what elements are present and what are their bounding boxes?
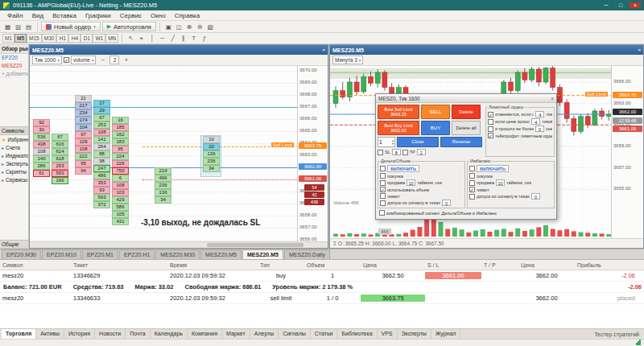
horizontal-scrollbar[interactable] xyxy=(30,241,328,248)
terminal-tab-Почта[interactable]: Почта xyxy=(126,329,150,339)
profiles-icon[interactable]: ▥ xyxy=(13,23,23,31)
trade-row[interactable]: mesz20133466292020.12.03 09:59:32buy1366… xyxy=(0,270,644,282)
zoom-out-icon[interactable]: ⊖ xyxy=(195,23,205,31)
chart-tab-MESZ20.Daily[interactable]: MESZ20.Daily xyxy=(284,249,330,259)
checkbox-icon[interactable] xyxy=(488,126,493,132)
menu-Окно[interactable]: Окно xyxy=(147,12,170,19)
timeframe-M15[interactable]: M15 xyxy=(27,34,42,43)
menu-Вставка[interactable]: Вставка xyxy=(48,12,80,19)
column-header-Цена[interactable]: Цена xyxy=(518,262,575,268)
option-value[interactable]: 4 xyxy=(531,118,540,125)
enable-button[interactable]: ВКЛЮЧИТЬ xyxy=(477,165,509,172)
spinner-icon[interactable]: ▴▾ xyxy=(392,139,394,146)
chart-tab-MESZ20.M5[interactable]: MESZ20.M5 xyxy=(242,249,283,259)
channel-icon[interactable]: ∥ xyxy=(178,34,188,43)
zoom-in-icon[interactable]: ⊕ xyxy=(184,23,195,31)
terminal-tab-Календарь[interactable]: Календарь xyxy=(151,329,188,339)
terminal-tab-История[interactable]: История xyxy=(64,329,95,339)
tick-size-select[interactable]: Тик 1000 ▾ xyxy=(32,56,62,64)
timeframe-M30[interactable]: M30 xyxy=(42,34,57,43)
chart-tab-EPZ20.M1[interactable]: EPZ20.M1 xyxy=(82,249,118,259)
terminal-tab-Компания[interactable]: Компания xyxy=(188,329,222,339)
timeframe-M5[interactable]: M5 xyxy=(14,34,27,43)
crosshair-icon[interactable]: ⌖ xyxy=(136,34,147,43)
dialog-close-icon[interactable]: × xyxy=(551,96,554,101)
maximize-button[interactable]: □ xyxy=(615,2,626,8)
tile-windows-icon[interactable]: ▣ xyxy=(163,23,174,31)
chart-tab-EPZ20.M30[interactable]: EPZ20.M30 xyxy=(2,249,41,259)
checkbox-icon[interactable] xyxy=(379,210,385,216)
timeframe-D1[interactable]: D1 xyxy=(80,34,93,43)
terminal-tab-Новости[interactable]: Новости xyxy=(95,329,126,339)
balance-row[interactable]: Баланс: 721.00 EURСредства: 719.63Маржа:… xyxy=(0,282,644,293)
terminal-tab-VPS[interactable]: VPS xyxy=(378,329,398,339)
vline-icon[interactable]: │ xyxy=(147,34,157,43)
option-value[interactable]: 0 xyxy=(531,193,540,200)
cascade-windows-icon[interactable]: ◫ xyxy=(174,23,184,31)
minimize-button[interactable]: ─ xyxy=(601,2,612,8)
column-header-Тикет[interactable]: Тикет xyxy=(71,262,167,268)
market-watch-symbol[interactable]: + добавить xyxy=(0,70,28,78)
autotrading-button[interactable]: ▶ Автоторговля xyxy=(102,22,156,31)
reverse-button[interactable]: Reverse xyxy=(440,137,482,147)
terminal-tab-Эксперты[interactable]: Эксперты xyxy=(398,329,431,339)
column-header-Тип[interactable]: Тип xyxy=(258,262,304,268)
chart-close-icon[interactable]: × xyxy=(322,47,325,52)
cluster-chart-body[interactable]: Sell Limit 92305364381081402866167616614… xyxy=(30,66,328,241)
new-order-button[interactable]: Новый ордер ▾ xyxy=(41,22,101,31)
column-header-Прибыль[interactable]: Прибыль xyxy=(575,262,638,268)
candle-chart-titlebar[interactable]: MESZ20.M5 × xyxy=(330,45,643,55)
checkbox-icon[interactable] xyxy=(469,173,475,179)
timeframe-M1[interactable]: M1 xyxy=(2,34,14,43)
column-header-Время[interactable]: Время xyxy=(167,262,258,268)
symbols-tab[interactable]: Символы xyxy=(0,126,28,135)
timeframe-select[interactable]: Минута 3 ▾ xyxy=(332,56,363,64)
candle-plot-area[interactable]: Volume 459 456 MESZ0, Тик 1600 × xyxy=(330,66,611,238)
tp-checkbox[interactable] xyxy=(402,150,408,155)
hline-icon[interactable]: ─ xyxy=(157,34,167,43)
price-axis[interactable]: 3670.003669.003668.003667.003666.003665.… xyxy=(297,66,328,241)
chart-tab-EPZ20.H1[interactable]: EPZ20.H1 xyxy=(119,249,155,259)
checkbox-icon[interactable] xyxy=(488,119,493,125)
terminal-tab-Маркет[interactable]: Маркет xyxy=(222,329,250,339)
chart-list-icon[interactable]: ▧ xyxy=(205,23,216,31)
navigator-item[interactable]: ▸Эксперты xyxy=(0,159,28,167)
increase-button[interactable]: + xyxy=(121,56,131,64)
column-header-Объем[interactable]: Объем xyxy=(304,262,361,268)
menu-Графики[interactable]: Графики xyxy=(81,12,115,19)
chart-tab-EPZ20.M10[interactable]: EPZ20.M10 xyxy=(42,249,81,259)
enable-button[interactable]: ВКЛЮЧИТЬ xyxy=(387,165,419,172)
cell-size-value[interactable]: 2 xyxy=(109,56,119,64)
common-tab[interactable]: Общие xyxy=(0,240,28,249)
menu-Файл[interactable]: Файл xyxy=(3,12,27,19)
best-buy-limit-button[interactable]: Best Buy Limit 3662.00 xyxy=(378,121,419,135)
timeframe-H4[interactable]: H4 xyxy=(68,34,80,43)
best-sell-limit-button[interactable]: Best Sell Limit 3663.25 xyxy=(378,105,419,119)
volume-mode-select[interactable]: volume ▾ xyxy=(71,56,96,64)
checkbox-icon[interactable] xyxy=(380,173,386,179)
navigator-item[interactable]: ▸Сервисы xyxy=(0,175,28,183)
dialog-titlebar[interactable]: MESZ0, Тик 1600 × xyxy=(376,94,556,103)
candle-chart-body[interactable]: Volume 459 456 MESZ0, Тик 1600 × xyxy=(330,66,643,238)
market-watch-symbol[interactable]: MESZ20 xyxy=(0,62,28,70)
enable-checkbox[interactable] xyxy=(469,166,475,171)
timeframe-MN[interactable]: MN xyxy=(105,34,118,43)
layouts-icon[interactable]: ▤ xyxy=(23,23,34,31)
cursor-icon[interactable]: ↖ xyxy=(126,34,136,43)
terminal-tab-Статьи[interactable]: Статьи xyxy=(311,329,338,339)
strategy-tester-label[interactable]: Тестер стратегий xyxy=(594,332,642,337)
chart-close-icon[interactable]: × xyxy=(638,47,641,52)
option-value[interactable]: 10 xyxy=(496,179,505,186)
trade-row[interactable]: mesz20133466332020.12.03 09:59:32sell li… xyxy=(0,293,644,304)
market-watch-symbol[interactable]: EPZ20 xyxy=(0,54,28,62)
terminal-tab-Алерты[interactable]: Алерты xyxy=(250,329,279,339)
terminal-tab-Торговля[interactable]: Торговля xyxy=(2,329,36,339)
quantity-field[interactable]: 1 ▴▾ xyxy=(378,137,395,147)
delete-button[interactable]: Delete xyxy=(452,105,481,119)
price-axis[interactable]: 3665.003663.003661.003659.003657.003655.… xyxy=(611,66,643,238)
buy-button[interactable]: BUY xyxy=(421,121,450,135)
scrollbar-thumb[interactable] xyxy=(207,243,303,247)
tp-value[interactable]: 2 xyxy=(417,149,426,155)
checkbox-icon[interactable] xyxy=(488,133,493,138)
new-chart-icon[interactable]: ▦ xyxy=(2,23,13,31)
